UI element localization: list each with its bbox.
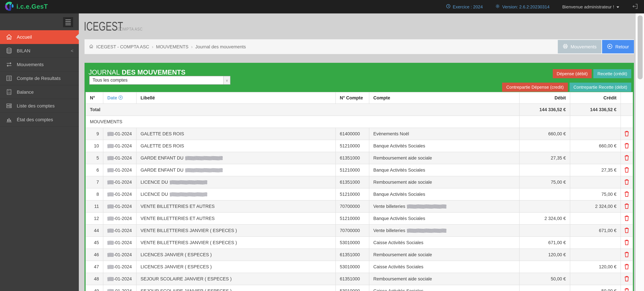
movement-libelle: VENTE BILLETTERIES JANVIER ( ESPECES ) [136,237,336,249]
column-header-n-compte: N° Compte [336,92,369,104]
sidebar-item-liste-des-comptes[interactable]: Liste des comptes [0,99,79,113]
movement-debit [520,188,570,200]
delete-movement-button[interactable] [624,155,629,161]
movement-libelle: LICENCE DU [136,188,336,200]
total-label: Total [86,104,520,116]
sidebar-item--tat-des-comptes[interactable]: État des comptes [0,113,79,127]
page-title: ICEGEST COMPTA ASC [84,20,147,34]
breadcrumb-item[interactable]: ICEGEST - COMPTA ASC [96,44,149,49]
arrow-left-circle-icon [607,44,613,50]
delete-movement-button[interactable] [624,263,629,270]
logout-button[interactable] [632,3,638,10]
print-mouvements-button[interactable]: Mouvements [558,40,602,53]
recette-cr-dit--button[interactable]: Recette (crédit) [593,69,631,78]
sidebar-item-label: Mouvements [17,62,44,67]
d-pense-d-bit--button[interactable]: Dépense (débit) [552,69,592,78]
movement-libelle: VENTE BILLETTERIES JANVIER ( ESPECES ) [136,224,336,237]
sidebar-toggle-button[interactable] [63,17,73,27]
movement-row-47: 47-01-2024LICENCES JANVIER ( ESPECES )53… [86,261,633,273]
scrollbar-thumb[interactable] [638,16,643,79]
sidebar-item-balance[interactable]: Balance [0,85,79,99]
movement-debit [520,164,570,176]
version-link[interactable]: Version: 2.6.2:20230314 [496,4,550,10]
trash-icon [624,155,629,161]
logo-mark-icon [5,2,14,12]
sidebar-item-accueil[interactable]: Accueil [0,30,79,44]
breadcrumb-separator: › [191,44,193,49]
movement-row-6: 6-01-2024GARDE ENFANT DU51210000Banque A… [86,164,633,176]
movement-row-5: 5-01-2024GARDE ENFANT DU61351000Rembours… [86,152,633,164]
delete-movement-button[interactable] [624,203,629,210]
account-filter-select[interactable]: Tous les comptes ∨ [89,76,230,85]
movement-account-number: 70700000 [336,224,369,237]
contrepartie-recette-d-bit--button[interactable]: Contrepartie Recette (débit) [569,83,631,92]
sidebar-item-compte-de-resultats[interactable]: Compte de Resultats [0,72,79,85]
movement-account-number: 70700000 [336,200,369,212]
column-header-date-sort[interactable]: Date [103,92,136,104]
page-scrollbar[interactable] [636,14,644,291]
panel-title-bold: DES MOUVEMENTS [122,69,186,76]
app-logo[interactable]: i.c.e.GesT [0,2,48,12]
welcome-label: Bienvenue administrateur ! [562,4,614,9]
movement-number: 49 [86,285,103,291]
column-header-n-: N° [86,92,103,104]
sidebar-item-label: BILAN [17,48,30,53]
movement-debit: 120,00 € [520,249,570,261]
delete-movement-button[interactable] [624,130,629,137]
exercice-selector[interactable]: Exercice : 2024 [446,4,483,10]
delete-movement-button[interactable] [624,239,629,246]
movement-account: Caisse Activités Sociales [369,285,520,291]
sidebar-item-label: État des comptes [17,117,53,122]
sidebar-item-mouvements[interactable]: Mouvements [0,58,79,72]
trash-icon [624,288,629,291]
delete-movement-button[interactable] [624,167,629,173]
movement-row-49: 49-01-2024SEJOUR SCOLAIRE JANVIER ( ESPE… [86,285,633,291]
redacted-text [170,180,207,185]
movement-number: 9 [86,128,103,140]
movement-row-8: 8-01-2024LICENCE DU51210000Banque Activi… [86,188,633,200]
retour-button[interactable]: Retour [602,40,634,53]
logout-icon [632,3,638,10]
delete-movement-button[interactable] [624,288,629,291]
movement-libelle: LICENCE DU [136,176,336,188]
delete-movement-button[interactable] [624,227,629,234]
movement-account-number: 53010000 [336,237,369,249]
delete-movement-button[interactable] [624,275,629,282]
redacted-date-day [107,180,114,185]
column-header-actions [621,92,633,104]
delete-movement-button[interactable] [624,191,629,198]
movement-debit [520,224,570,237]
delete-movement-button[interactable] [624,251,629,258]
retour-button-label: Retour [615,44,629,49]
movement-number: 48 [86,273,103,285]
movement-account-number: 51210000 [336,188,369,200]
movement-account-number: 61351000 [336,176,369,188]
delete-movement-button[interactable] [624,143,629,149]
user-menu[interactable]: Bienvenue administrateur ! [562,4,619,9]
delete-movement-button[interactable] [624,215,629,222]
movement-libelle: GALETTE DES ROIS [136,128,336,140]
gear-icon [496,4,500,10]
movement-debit: 660,00 € [520,128,570,140]
movement-account-number: 61351000 [336,249,369,261]
contrepartie-d-pense-credit--button[interactable]: Contrepartie Dépense (credit) [502,83,568,92]
redacted-date-day [107,168,114,172]
journal-panel: JOURNAL DES MOUVEMENTS Tous les comptes … [84,63,634,291]
movement-debit [520,261,570,273]
delete-movement-button[interactable] [624,179,629,186]
movement-libelle: LICENCES JANVIER ( ESPECES ) [136,261,336,273]
accounts-icon [6,102,12,109]
movement-libelle: GARDE ENFANT DU [136,164,336,176]
report-icon [6,75,12,82]
movement-debit: 50,00 € [520,273,570,285]
trash-icon [624,239,629,246]
sidebar-item-bilan[interactable]: BILAN< [0,44,79,58]
page-subtitle-text: COMPTA ASC [118,27,143,32]
movement-account-number: 61351000 [336,273,369,285]
movement-account-number: 51210000 [336,212,369,224]
movement-number: 8 [86,188,103,200]
movement-account-number: 51210000 [336,164,369,176]
movement-row-44: 44-01-2024VENTE BILLETTERIES JANVIER ( E… [86,224,633,237]
movement-account: Banque Activités Sociales [369,212,520,224]
breadcrumb-item[interactable]: MOUVEMENTS [156,44,188,49]
